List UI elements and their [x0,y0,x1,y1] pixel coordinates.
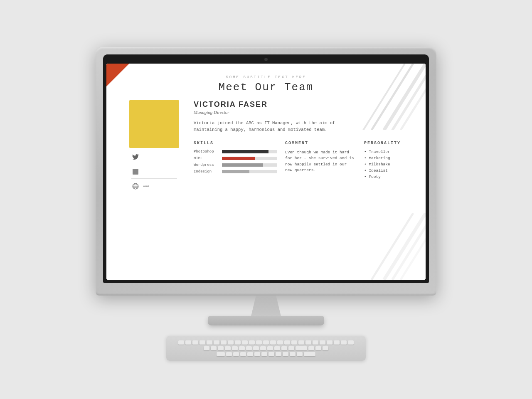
key [298,340,304,345]
key [239,346,245,350]
key [276,352,281,356]
website-social-item[interactable]: www [131,182,177,193]
slide-title: Meet Our Team [106,81,426,94]
personality-item-marketing: Marketing [364,156,418,160]
key [305,340,311,345]
personality-heading: PERSONALITY [364,141,418,145]
key [268,352,274,356]
key [290,352,296,356]
comment-text: Even though we made it hard for her – sh… [285,150,356,173]
skill-wordpress: Wordpress [194,163,277,167]
key [283,352,288,356]
profile-right: VICTORIA FASER Managing Director Victori… [194,100,418,193]
key [277,340,283,345]
key [221,340,227,345]
keyboard-row-1 [178,340,354,345]
key [232,346,238,350]
skill-photoshop: Photoshop [194,150,277,154]
svg-line-7 [401,213,426,280]
key [270,340,276,345]
skill-indesign-label: Indesign [194,170,219,174]
comment-section: COMMENT Even though we made it hard for … [285,141,356,181]
key [256,340,262,345]
key [308,346,314,350]
monitor-bezel: SOME SUBTITLE TEXT HERE Meet Our Team [103,54,429,283]
key [217,352,225,356]
skill-html-bar-fill [222,157,255,160]
key [315,346,321,350]
profile-photo [129,100,179,148]
website-icon [131,182,140,190]
key [228,340,234,345]
personality-item-idealist: Idealist [364,168,418,173]
svg-line-6 [392,213,426,280]
key [211,346,217,350]
comment-heading: COMMENT [285,141,356,145]
skill-html-label: HTML [194,156,219,160]
key [233,352,239,356]
key [204,346,209,350]
key [327,340,332,345]
key [281,346,287,350]
personality-item-traveller: Traveller [364,150,418,154]
key [253,346,259,350]
personality-item-milkshake: Milkshake [364,162,418,167]
info-row: SKILLS Photoshop HTML [194,141,418,181]
key [313,340,318,345]
slide-header: SOME SUBTITLE TEXT HERE Meet Our Team [106,64,426,94]
camera-icon [264,58,268,61]
monitor-screen: SOME SUBTITLE TEXT HERE Meet Our Team [106,64,426,280]
skills-section: SKILLS Photoshop HTML [194,141,277,181]
orange-corner-decoration [106,64,129,86]
facebook-icon [131,167,140,176]
key [296,346,307,350]
facebook-social-item[interactable] [131,167,177,179]
svg-line-5 [384,213,426,280]
social-icons: www [127,153,181,193]
key [242,340,248,345]
monitor-neck [241,296,291,316]
monitor-base [208,316,324,325]
keyboard-row-3 [217,352,315,356]
keyboard-row-2 [204,346,328,350]
key [254,352,260,356]
bottom-right-decoration [359,213,426,280]
person-name: VICTORIA FASER [194,100,418,109]
person-bio: Victoria joined the ABC as IT Manager, w… [194,120,410,134]
skill-photoshop-bar-bg [222,150,277,153]
skill-photoshop-bar-fill [222,150,268,153]
personality-list: Traveller Marketing Milkshake Idealist F… [364,150,418,179]
key [334,340,340,345]
key [261,352,267,356]
key [260,346,266,350]
twitter-icon [131,153,140,161]
screen-content: SOME SUBTITLE TEXT HERE Meet Our Team [106,64,426,280]
key [225,346,231,350]
key [207,340,212,345]
key [185,340,191,345]
profile-section: www VICTORIA FASER Managing Director Vic… [106,100,426,193]
skill-photoshop-label: Photoshop [194,150,219,154]
website-label: www [143,184,149,188]
skill-html-bar-bg [222,157,277,160]
key [274,346,280,350]
skill-html: HTML [194,156,277,160]
skill-indesign-bar-fill [222,170,249,173]
personality-item-footy: Footy [364,175,418,179]
twitter-social-item[interactable] [131,153,177,164]
key [240,352,246,356]
key [263,340,269,345]
key [291,340,297,345]
keyboard [166,336,366,361]
key [284,340,290,345]
skill-wordpress-label: Wordpress [194,163,219,167]
key [192,340,198,345]
key [249,340,255,345]
key [218,346,224,350]
key [214,340,219,345]
key [320,340,325,345]
key [226,352,232,356]
skills-heading: SKILLS [194,141,277,145]
slide-subtitle: SOME SUBTITLE TEXT HERE [106,75,426,79]
key [178,340,184,345]
